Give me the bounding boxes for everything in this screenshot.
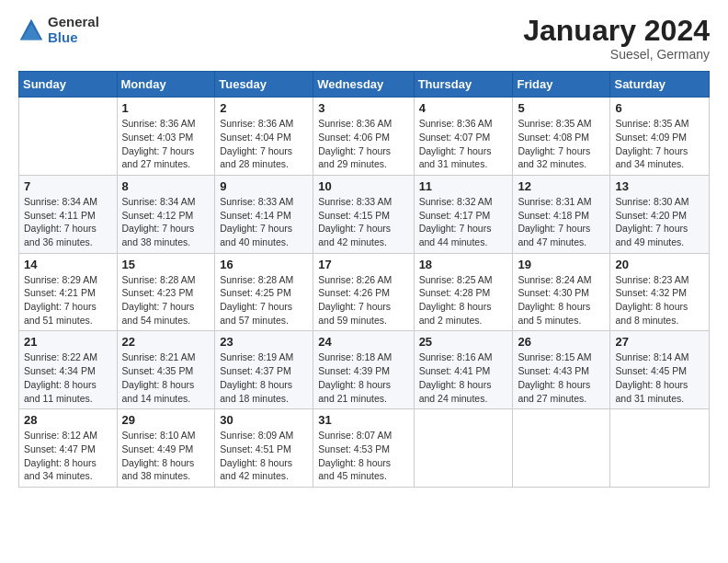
day-cell: 7Sunrise: 8:34 AMSunset: 4:11 PMDaylight… [19,175,118,253]
day-number: 29 [122,413,210,427]
day-cell: 2Sunrise: 8:36 AMSunset: 4:04 PMDaylight… [215,98,313,176]
day-cell: 8Sunrise: 8:34 AMSunset: 4:12 PMDaylight… [117,175,215,253]
day-number: 9 [220,179,308,193]
day-info: Sunrise: 8:25 AMSunset: 4:28 PMDaylight:… [419,273,508,327]
weekday-header-row: SundayMondayTuesdayWednesdayThursdayFrid… [19,72,710,98]
day-info: Sunrise: 8:31 AMSunset: 4:18 PMDaylight:… [518,195,605,249]
weekday-header-wednesday: Wednesday [313,72,414,98]
week-row-3: 14Sunrise: 8:29 AMSunset: 4:21 PMDayligh… [19,253,710,331]
day-cell: 4Sunrise: 8:36 AMSunset: 4:07 PMDaylight… [414,98,513,176]
day-cell: 11Sunrise: 8:32 AMSunset: 4:17 PMDayligh… [414,175,513,253]
day-cell: 13Sunrise: 8:30 AMSunset: 4:20 PMDayligh… [610,175,710,253]
day-number: 15 [122,258,210,271]
day-number: 22 [122,335,210,349]
day-number: 1 [122,101,210,115]
day-number: 24 [318,335,408,349]
day-number: 6 [615,101,704,115]
logo-general: General [48,15,99,30]
day-number: 28 [24,413,112,427]
day-info: Sunrise: 8:30 AMSunset: 4:20 PMDaylight:… [615,195,704,249]
day-number: 12 [518,179,605,193]
title-block: January 2024 Suesel, Germany [523,15,710,62]
day-info: Sunrise: 8:28 AMSunset: 4:25 PMDaylight:… [220,273,308,327]
day-cell: 20Sunrise: 8:23 AMSunset: 4:32 PMDayligh… [610,253,710,331]
calendar-table: SundayMondayTuesdayWednesdayThursdayFrid… [18,71,710,488]
day-number: 14 [24,258,112,271]
day-cell: 30Sunrise: 8:09 AMSunset: 4:51 PMDayligh… [215,409,313,488]
day-info: Sunrise: 8:22 AMSunset: 4:34 PMDaylight:… [24,350,112,405]
day-cell: 10Sunrise: 8:33 AMSunset: 4:15 PMDayligh… [313,175,414,253]
week-row-1: 1Sunrise: 8:36 AMSunset: 4:03 PMDaylight… [19,98,710,176]
day-info: Sunrise: 8:29 AMSunset: 4:21 PMDaylight:… [24,273,112,327]
weekday-header-tuesday: Tuesday [215,72,313,98]
month-title: January 2024 [523,15,710,47]
day-info: Sunrise: 8:09 AMSunset: 4:51 PMDaylight:… [220,429,308,483]
day-number: 11 [419,179,508,193]
day-number: 5 [518,101,605,115]
day-cell: 15Sunrise: 8:28 AMSunset: 4:23 PMDayligh… [117,253,215,331]
day-cell: 29Sunrise: 8:10 AMSunset: 4:49 PMDayligh… [117,409,215,488]
day-info: Sunrise: 8:14 AMSunset: 4:45 PMDaylight:… [615,350,704,405]
day-number: 8 [122,179,210,193]
day-info: Sunrise: 8:21 AMSunset: 4:35 PMDaylight:… [122,350,210,405]
day-cell: 1Sunrise: 8:36 AMSunset: 4:03 PMDaylight… [117,98,215,176]
day-cell: 21Sunrise: 8:22 AMSunset: 4:34 PMDayligh… [19,331,118,409]
day-number: 18 [419,258,508,271]
day-info: Sunrise: 8:16 AMSunset: 4:41 PMDaylight:… [419,350,508,405]
day-info: Sunrise: 8:36 AMSunset: 4:06 PMDaylight:… [318,117,408,171]
day-number: 10 [318,179,408,193]
day-info: Sunrise: 8:07 AMSunset: 4:53 PMDaylight:… [318,429,408,483]
day-info: Sunrise: 8:33 AMSunset: 4:14 PMDaylight:… [220,195,308,249]
day-number: 25 [419,335,508,349]
weekday-header-saturday: Saturday [610,72,710,98]
weekday-header-sunday: Sunday [19,72,118,98]
day-number: 21 [24,335,112,349]
day-number: 26 [518,335,605,349]
day-cell: 17Sunrise: 8:26 AMSunset: 4:26 PMDayligh… [313,253,414,331]
day-info: Sunrise: 8:18 AMSunset: 4:39 PMDaylight:… [318,350,408,405]
week-row-5: 28Sunrise: 8:12 AMSunset: 4:47 PMDayligh… [19,409,710,488]
day-cell: 22Sunrise: 8:21 AMSunset: 4:35 PMDayligh… [117,331,215,409]
day-cell: 3Sunrise: 8:36 AMSunset: 4:06 PMDaylight… [313,98,414,176]
day-info: Sunrise: 8:35 AMSunset: 4:08 PMDaylight:… [518,117,605,171]
day-number: 17 [318,258,408,271]
day-cell: 5Sunrise: 8:35 AMSunset: 4:08 PMDaylight… [513,98,610,176]
day-number: 19 [518,258,605,271]
logo-icon [18,17,44,43]
day-info: Sunrise: 8:36 AMSunset: 4:07 PMDaylight:… [419,117,508,171]
day-number: 31 [318,413,408,427]
day-number: 3 [318,101,408,115]
day-cell [19,98,118,176]
weekday-header-thursday: Thursday [414,72,513,98]
day-info: Sunrise: 8:26 AMSunset: 4:26 PMDaylight:… [318,273,408,327]
week-row-4: 21Sunrise: 8:22 AMSunset: 4:34 PMDayligh… [19,331,710,409]
page: General Blue January 2024 Suesel, German… [0,0,728,563]
day-info: Sunrise: 8:28 AMSunset: 4:23 PMDaylight:… [122,273,210,327]
day-cell [414,409,513,488]
day-number: 13 [615,179,704,193]
day-cell: 9Sunrise: 8:33 AMSunset: 4:14 PMDaylight… [215,175,313,253]
day-cell [610,409,710,488]
day-number: 16 [220,258,308,271]
day-info: Sunrise: 8:32 AMSunset: 4:17 PMDaylight:… [419,195,508,249]
day-number: 2 [220,101,308,115]
day-cell: 16Sunrise: 8:28 AMSunset: 4:25 PMDayligh… [215,253,313,331]
week-row-2: 7Sunrise: 8:34 AMSunset: 4:11 PMDaylight… [19,175,710,253]
day-cell: 18Sunrise: 8:25 AMSunset: 4:28 PMDayligh… [414,253,513,331]
day-number: 27 [615,335,704,349]
day-info: Sunrise: 8:10 AMSunset: 4:49 PMDaylight:… [122,429,210,483]
day-number: 4 [419,101,508,115]
day-cell: 24Sunrise: 8:18 AMSunset: 4:39 PMDayligh… [313,331,414,409]
day-cell: 28Sunrise: 8:12 AMSunset: 4:47 PMDayligh… [19,409,118,488]
day-info: Sunrise: 8:19 AMSunset: 4:37 PMDaylight:… [220,350,308,405]
day-cell: 19Sunrise: 8:24 AMSunset: 4:30 PMDayligh… [513,253,610,331]
day-number: 30 [220,413,308,427]
day-cell [513,409,610,488]
day-info: Sunrise: 8:23 AMSunset: 4:32 PMDaylight:… [615,273,704,327]
day-info: Sunrise: 8:35 AMSunset: 4:09 PMDaylight:… [615,117,704,171]
day-cell: 14Sunrise: 8:29 AMSunset: 4:21 PMDayligh… [19,253,118,331]
logo-blue: Blue [48,30,99,46]
day-cell: 23Sunrise: 8:19 AMSunset: 4:37 PMDayligh… [215,331,313,409]
day-cell: 12Sunrise: 8:31 AMSunset: 4:18 PMDayligh… [513,175,610,253]
day-info: Sunrise: 8:34 AMSunset: 4:11 PMDaylight:… [24,195,112,249]
